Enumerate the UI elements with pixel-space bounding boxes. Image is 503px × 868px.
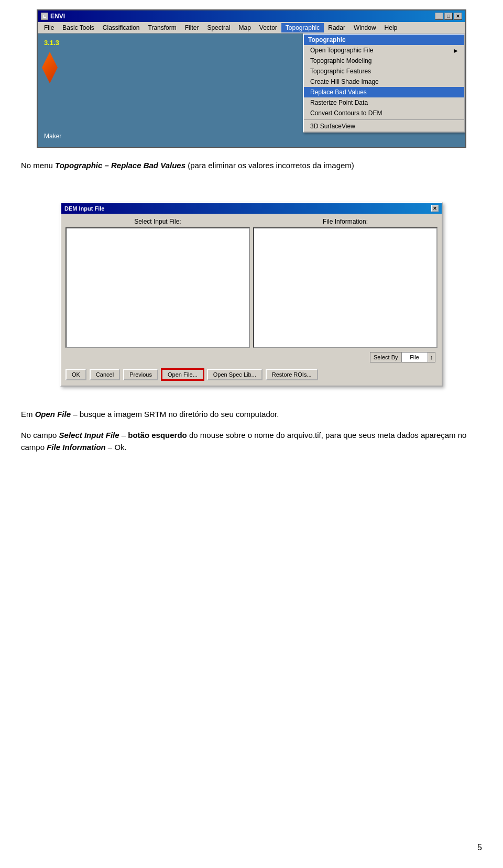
dropdown-divider <box>304 119 464 120</box>
topographic-dropdown: Topographic Open Topographic File ▶ Topo… <box>303 34 465 133</box>
dropdown-convert-contours[interactable]: Convert Contours to DEM <box>304 108 464 118</box>
select-by-group: Select By File ↕ <box>370 352 435 362</box>
minimize-button[interactable]: _ <box>435 13 443 20</box>
dialog-body: Select Input File: File Information: Sel… <box>61 214 442 386</box>
body-content: No menu Topographic – Replace Bad Values… <box>0 148 503 197</box>
envi-screenshot: E ENVI _ □ ✕ File Basic Tools Classifica… <box>37 9 466 148</box>
dem-input-file-dialog: DEM Input File ✕ Select Input File: File… <box>60 202 443 387</box>
menu-basic-tools[interactable]: Basic Tools <box>58 23 98 32</box>
envi-title: ENVI <box>50 13 65 20</box>
file-info-listbox <box>253 227 438 348</box>
dropdown-item-label: Open Topographic File <box>310 47 374 54</box>
envi-app-icon: E <box>41 13 48 20</box>
titlebar-controls: _ □ ✕ <box>435 13 462 20</box>
dropdown-item-label: Create Hill Shade Image <box>310 78 379 85</box>
dropdown-topographic-features[interactable]: Topographic Features <box>304 66 464 76</box>
dropdown-rasterize-point-data[interactable]: Rasterize Point Data <box>304 97 464 108</box>
dropdown-item-label: Topographic Modeling <box>310 57 371 64</box>
bottom-section: Em Open File – busque a imagem SRTM no d… <box>0 398 503 495</box>
select-input-label: Select Input File: <box>65 218 250 225</box>
dialog-titlebar: DEM Input File ✕ <box>61 203 442 214</box>
select-by-row: Select By File ↕ <box>65 352 438 362</box>
menu-file[interactable]: File <box>40 23 58 32</box>
select-by-value[interactable]: File <box>402 353 428 362</box>
restore-rois-button[interactable]: Restore ROIs... <box>266 369 318 380</box>
previous-button[interactable]: Previous <box>123 369 158 380</box>
envi-logo-icon <box>42 52 58 83</box>
open-file-button[interactable]: Open File... <box>161 369 204 380</box>
dropdown-item-label: Topographic Features <box>310 68 371 75</box>
menu-vector[interactable]: Vector <box>255 23 281 32</box>
dialog-panels: Select Input File: File Information: <box>65 218 438 348</box>
menu-help[interactable]: Help <box>380 23 402 32</box>
file-info-label: File Information: <box>253 218 438 225</box>
menu-spectral[interactable]: Spectral <box>203 23 234 32</box>
envi-content: 3.1.3 Maker Topographic Open Topographic… <box>38 34 465 148</box>
sort-icon[interactable]: ↕ <box>428 353 435 361</box>
ok-button[interactable]: OK <box>65 369 86 380</box>
dropdown-item-label: Replace Bad Values <box>310 89 367 96</box>
menu-map[interactable]: Map <box>234 23 255 32</box>
titlebar-left: E ENVI <box>41 13 65 20</box>
dropdown-item-label: Convert Contours to DEM <box>310 109 382 117</box>
dropdown-title: Topographic <box>304 35 464 45</box>
dialog-close-button[interactable]: ✕ <box>431 205 439 212</box>
open-spec-lib-button[interactable]: Open Spec Lib... <box>207 369 263 380</box>
dropdown-title-label: Topographic <box>308 36 346 43</box>
maximize-button[interactable]: □ <box>444 13 453 20</box>
close-button[interactable]: ✕ <box>454 13 462 20</box>
maker-text: Maker <box>44 133 61 140</box>
open-file-paragraph: Em Open File – busque a imagem SRTM no d… <box>21 409 482 421</box>
select-input-paragraph: No campo Select Input File – botão esque… <box>21 430 482 453</box>
file-info-panel: File Information: <box>253 218 438 348</box>
menu-classification[interactable]: Classification <box>99 23 144 32</box>
dialog-container: DEM Input File ✕ Select Input File: File… <box>16 202 487 387</box>
menu-topographic[interactable]: Topographic <box>281 23 324 32</box>
dropdown-create-hill-shade[interactable]: Create Hill Shade Image <box>304 76 464 87</box>
dropdown-item-label: Rasterize Point Data <box>310 99 368 106</box>
dropdown-topographic-modeling[interactable]: Topographic Modeling <box>304 56 464 66</box>
cancel-button[interactable]: Cancel <box>90 369 120 380</box>
intro-paragraph: No menu Topographic – Replace Bad Values… <box>21 160 482 172</box>
select-by-label: Select By <box>370 353 401 362</box>
dropdown-open-topographic-file[interactable]: Open Topographic File ▶ <box>304 45 464 56</box>
menu-radar[interactable]: Radar <box>324 23 349 32</box>
menu-window[interactable]: Window <box>349 23 380 32</box>
select-input-panel: Select Input File: <box>65 218 250 348</box>
dialog-buttons: OK Cancel Previous Open File... Open Spe… <box>65 367 438 381</box>
menu-filter[interactable]: Filter <box>181 23 203 32</box>
version-text: 3.1.3 <box>44 39 59 47</box>
page-number: 5 <box>477 843 482 852</box>
dropdown-3d-surfaceview[interactable]: 3D SurfaceView <box>304 121 464 131</box>
envi-menubar: File Basic Tools Classification Transfor… <box>38 22 465 34</box>
menu-transform[interactable]: Transform <box>144 23 181 32</box>
dropdown-item-label: 3D SurfaceView <box>310 123 355 130</box>
submenu-arrow-icon: ▶ <box>454 48 458 53</box>
dialog-title: DEM Input File <box>64 205 104 212</box>
envi-titlebar: E ENVI _ □ ✕ <box>38 10 465 22</box>
select-input-listbox[interactable] <box>65 227 250 348</box>
dropdown-replace-bad-values[interactable]: Replace Bad Values <box>304 87 464 97</box>
